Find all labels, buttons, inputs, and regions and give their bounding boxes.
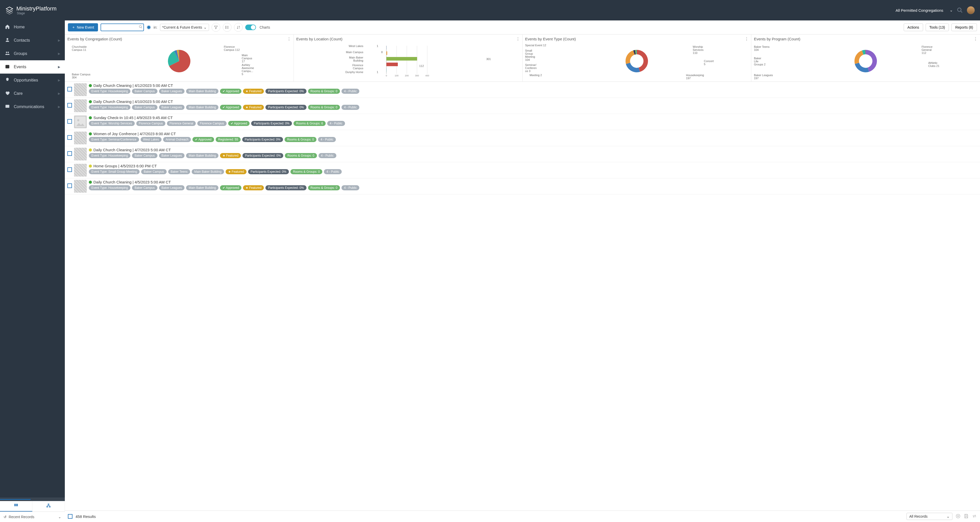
pill[interactable]: Baker Leagues	[159, 105, 185, 110]
pill[interactable]: Participants Expected: 0%	[266, 185, 306, 190]
clear-selection-icon[interactable]	[956, 514, 961, 519]
event-list[interactable]: Daily Church Cleaning | 4/12/2023 5:00 A…	[65, 82, 980, 511]
chart-menu-icon[interactable]: ⋮	[287, 37, 291, 41]
sidebar-item-opportunities[interactable]: Opportunities▶	[0, 73, 65, 87]
pill[interactable]: Rooms & Groups: 0	[285, 153, 317, 158]
pill[interactable]: Participants Expected: 0%	[266, 89, 306, 94]
view-selector[interactable]: *Current & Future Events ⌄	[160, 24, 209, 31]
pill[interactable]: Main Baker Building	[186, 89, 218, 94]
pill[interactable]: 4 - Public	[342, 89, 360, 94]
sidebar-item-care[interactable]: Care▶	[0, 87, 65, 100]
chart-menu-icon[interactable]: ⋮	[745, 37, 749, 41]
pill[interactable]: Event Type: Housekeeping	[89, 153, 130, 158]
pill[interactable]: ★Featured	[220, 153, 241, 158]
pill[interactable]: Baker Campus	[132, 89, 157, 94]
sidebar-tab-tree[interactable]	[32, 501, 65, 511]
chart-body[interactable]: ChurchwideCampus 11FlorenceCampus 112Mai…	[67, 42, 291, 80]
pill[interactable]: Baker Leagues	[159, 153, 185, 158]
row-checkbox[interactable]	[67, 87, 72, 91]
pill[interactable]: Main Baker Building	[186, 185, 218, 190]
pill[interactable]: Rooms & Groups: 0	[285, 137, 317, 142]
pill[interactable]: West Lakes	[141, 137, 162, 142]
pill[interactable]: Event Type: Small Group Meeting	[89, 169, 140, 174]
pill[interactable]: Animal Outreach	[163, 137, 191, 142]
chart-menu-icon[interactable]: ⋮	[974, 37, 977, 41]
list-button[interactable]	[223, 23, 231, 32]
chart-body[interactable]: West LakesMain CampusMain BakerBuildingF…	[296, 42, 520, 80]
sort-button[interactable]	[234, 23, 243, 32]
pill[interactable]: Florence Campus	[197, 121, 227, 126]
chart-body[interactable]: Baker Teens104BakerLifeGroups 2Baker Lea…	[754, 42, 977, 80]
pill[interactable]: Rooms & Groups: 0	[308, 185, 340, 190]
pill[interactable]: Event Type: Housekeeping	[89, 105, 130, 110]
row-checkbox[interactable]	[67, 103, 72, 108]
pill[interactable]: Baker Leagues	[159, 89, 185, 94]
pill[interactable]: ★Featured	[243, 185, 264, 190]
pill[interactable]: Main Baker Building	[186, 105, 218, 110]
pill[interactable]: ✔Approved	[220, 105, 242, 110]
row-checkbox[interactable]	[67, 135, 72, 140]
charts-toggle[interactable]	[245, 24, 256, 30]
pill[interactable]: Baker Campus	[132, 185, 157, 190]
pill[interactable]: 4 - Public	[324, 169, 342, 174]
congregation-selector[interactable]: All Permitted Congregations ⌄	[896, 8, 953, 13]
event-row[interactable]: Daily Church Cleaning | 4/12/2023 5:00 A…	[65, 82, 980, 98]
pill[interactable]: Baker Leagues	[159, 185, 185, 190]
pill[interactable]: ★Featured	[226, 169, 247, 174]
pill[interactable]: Rooms & Groups: 0	[308, 89, 340, 94]
pill[interactable]: Main Baker Building	[192, 169, 224, 174]
pill[interactable]: Registered: 55	[216, 137, 241, 142]
filter-button[interactable]	[212, 23, 220, 32]
search-icon[interactable]	[139, 25, 142, 29]
row-checkbox[interactable]	[67, 168, 72, 172]
row-checkbox[interactable]	[67, 151, 72, 156]
pill[interactable]: 4 - Public	[342, 185, 360, 190]
filter-dot[interactable]	[146, 25, 151, 30]
new-event-button[interactable]: ＋ New Event	[68, 23, 98, 32]
sidebar-item-contacts[interactable]: Contacts▶	[0, 34, 65, 47]
row-checkbox[interactable]	[67, 184, 72, 188]
actions-button[interactable]: Actions	[904, 24, 923, 31]
pill[interactable]: ★Featured	[243, 89, 264, 94]
pill[interactable]: Event Type: Housekeeping	[89, 89, 130, 94]
pill[interactable]: Participants Expected: 0%	[266, 105, 306, 110]
row-checkbox[interactable]	[67, 119, 72, 124]
save-icon[interactable]	[964, 514, 969, 519]
pill[interactable]: Florence Campus	[136, 121, 165, 126]
records-selector[interactable]: All Records ⌄	[907, 513, 953, 520]
pill[interactable]: Main Baker Building	[186, 153, 218, 158]
pill[interactable]: ✔Approved	[220, 185, 242, 190]
pill[interactable]: Rooms & Groups: 0	[308, 105, 340, 110]
sidebar-item-groups[interactable]: Groups▶	[0, 47, 65, 60]
event-row[interactable]: Women of Joy Confrence | 4/7/2023 8:00 A…	[65, 130, 980, 146]
pill[interactable]: Event Type: Seminar/Conference	[89, 137, 139, 142]
event-row[interactable]: Daily Church Cleaning | 4/5/2023 5:00 AM…	[65, 178, 980, 195]
reports-button[interactable]: Reports (8)	[951, 24, 977, 31]
tools-button[interactable]: Tools (13)	[926, 24, 949, 31]
event-row[interactable]: Sunday Check-In 10:45 | 4/9/2023 9:45 AM…	[65, 114, 980, 130]
chart-body[interactable]: Special Event 12SmallGroupMeeting104Semi…	[525, 42, 749, 80]
pill[interactable]: ✔Approved	[192, 137, 214, 142]
pill[interactable]: Baker Campus	[141, 169, 166, 174]
pill[interactable]: Participants Expected: 0%	[242, 153, 283, 158]
sidebar-item-home[interactable]: Home	[0, 21, 65, 34]
pill[interactable]: ★Featured	[243, 105, 264, 110]
search-input[interactable]	[100, 24, 144, 31]
pill[interactable]: Baker Campus	[132, 153, 157, 158]
pill[interactable]: 4 - Public	[327, 121, 345, 126]
transfer-icon[interactable]	[972, 514, 977, 519]
sidebar-item-events[interactable]: Events▶	[0, 60, 65, 73]
pill[interactable]: Participants Expected: 0%	[248, 169, 289, 174]
pill[interactable]: Event Type: Worship Services	[89, 121, 135, 126]
pill[interactable]: Baker Teens	[168, 169, 190, 174]
sidebar-scrollbar[interactable]	[0, 498, 65, 501]
pill[interactable]: Event Type: Housekeeping	[89, 185, 130, 190]
pill[interactable]: Participants Expected: 0%	[242, 137, 283, 142]
pill[interactable]: Baker Campus	[132, 105, 157, 110]
pill[interactable]: ✔Approved	[220, 89, 242, 94]
pill[interactable]: Rooms & Groups: 0	[290, 169, 322, 174]
event-row[interactable]: Home Groups | 4/5/2023 6:00 PM CTEvent T…	[65, 162, 980, 178]
pill[interactable]: Participants Expected: 0%	[251, 121, 292, 126]
pill[interactable]: ✔Approved	[228, 121, 250, 126]
pill[interactable]: 4 - Public	[318, 153, 336, 158]
